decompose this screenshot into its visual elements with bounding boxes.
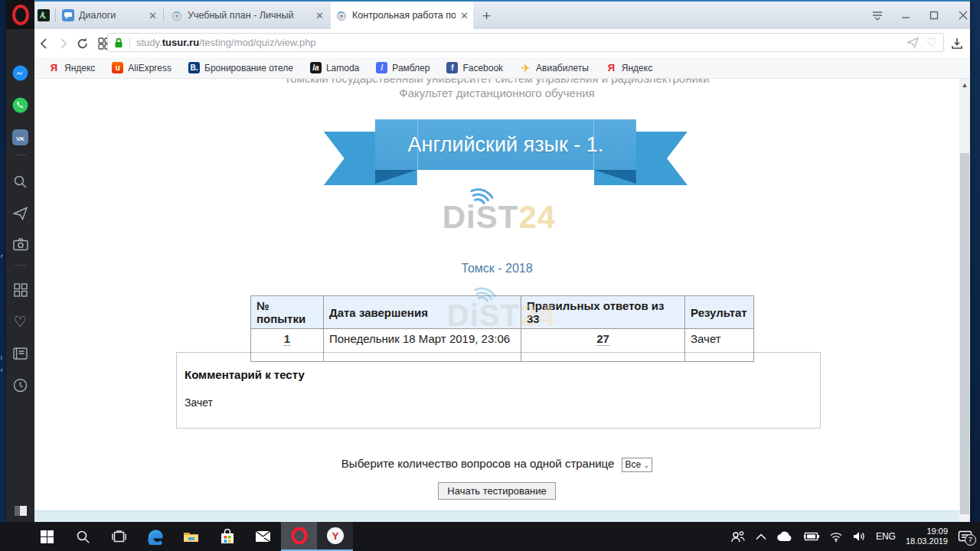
comment-title: Комментарий к тесту [185,368,305,381]
whatsapp-icon[interactable] [12,97,28,113]
tab-menu-icon[interactable] [871,9,884,21]
wifi-icon[interactable] [829,532,843,542]
tab-test-active[interactable]: Контрольная работа по д ✕ [331,2,473,29]
desktop-icon-label-fragment: l [1,354,2,361]
bookmark-lamoda[interactable]: laLamoda [310,62,359,73]
minimize-button[interactable] [900,9,912,21]
windows-taskbar: Y ENG 19:09 18.03.2019 7 [0,522,980,551]
scrollbar-up-icon[interactable]: ▲ [959,81,970,89]
bookmark-avia[interactable]: ✈Авиабилеты [520,62,589,73]
my-flow-icon[interactable] [12,205,28,221]
bookmark-yandex-2[interactable]: ЯЯндекс [606,62,652,73]
history-clock-icon[interactable] [12,377,28,393]
bookmark-rambler[interactable]: /Рамблер [376,62,430,73]
windows-logo-icon [41,530,54,543]
per-page-row: Выберите количество вопросов на одной ст… [34,457,959,472]
start-button-row: Начать тестирование [34,482,959,500]
chevron-up-icon[interactable] [756,533,766,540]
vertical-scrollbar[interactable]: ▲ [959,79,970,522]
address-bar[interactable]: study.tusur.ru/testing/mod/quiz/view.php… [107,33,944,52]
personal-news-icon[interactable] [12,345,28,361]
course-title: Английский язык - 1. [375,119,636,170]
url-text: study.tusur.ru/testing/mod/quiz/view.php [136,37,906,48]
university-name: Томский государственный университет сист… [34,79,959,85]
store-button[interactable] [209,522,245,551]
task-view-button[interactable] [101,522,137,551]
bookmark-aliexpress[interactable]: uAliExpress [112,62,172,73]
yandex-browser-button[interactable]: Y [317,522,353,551]
tab-title: Контрольная работа по д [352,10,456,21]
onedrive-cloud-icon[interactable] [776,531,793,542]
new-tab-button[interactable]: + [482,8,491,24]
comment-body: Зачет [185,396,213,409]
yandex-icon: Я [48,62,60,73]
vk-icon[interactable]: VK [12,129,28,145]
start-test-button[interactable]: Начать тестирование [438,482,555,500]
maximize-button[interactable] [928,9,940,21]
col-correct: Правильных ответов из 33 [521,296,685,329]
sidebar-divider [15,265,26,266]
back-button[interactable] [36,35,53,52]
send-to-flow-icon[interactable] [906,37,920,48]
tab-separator [55,8,56,22]
result-cell: Зачет [685,329,754,362]
close-button[interactable] [957,9,969,21]
tab-study-plan[interactable]: Учебный план - Личный ✕ [166,2,328,29]
facebook-icon: f [446,62,458,73]
bookmark-yandex[interactable]: ЯЯндекс [48,62,95,73]
booking-icon: B. [188,62,200,73]
sidebar-setup-icon[interactable] [12,503,28,519]
bookmark-booking[interactable]: B.Бронирование отеле [188,62,293,73]
volume-icon[interactable] [853,531,866,542]
taskbar-left-pad [0,522,29,551]
taskbar-search-button[interactable] [65,522,101,551]
chevron-down-icon: ⌄ [644,461,650,469]
tab-dialogs[interactable]: Диалоги ✕ [57,2,162,29]
bookmark-facebook[interactable]: fFacebook [446,62,503,73]
bookmark-heart-icon[interactable]: ♡ [926,37,937,48]
desktop-icon-label-fragment: г [1,253,3,259]
opera-sidebar: VK ♡ [6,29,34,522]
store-icon [220,529,234,544]
page-content: Томский государственный университет сист… [34,79,959,522]
opera-taskbar-button[interactable] [281,522,317,551]
opera-menu-button[interactable] [6,0,34,29]
search-icon[interactable] [12,174,28,190]
mail-button[interactable] [245,522,281,551]
clock[interactable]: 19:09 18.03.2019 [906,527,948,546]
attempt-number-link[interactable]: 1 [284,332,290,346]
file-explorer-button[interactable] [173,522,209,551]
language-indicator[interactable]: ENG [876,531,896,542]
notification-count-badge: 7 [965,534,976,546]
reload-button[interactable] [74,35,91,52]
tab-close-icon[interactable]: ✕ [149,11,157,21]
sidebar-divider [15,155,26,155]
scrollbar-thumb[interactable] [960,153,969,514]
correct-answers-link[interactable]: 27 [596,332,609,346]
tusur-favicon-icon [335,9,348,21]
tab-separator [163,8,164,22]
pinned-tab-favicon-icon [38,9,50,21]
edge-button[interactable] [137,522,173,551]
task-view-icon [112,530,126,543]
speed-dial-grid-icon[interactable] [12,282,28,298]
snapshot-camera-icon[interactable] [12,236,28,253]
tab-close-icon[interactable]: ✕ [460,11,469,21]
svg-text:VK: VK [16,135,24,142]
pinned-tab[interactable] [38,9,50,24]
start-button[interactable] [29,522,65,551]
browser-window: Диалоги ✕ Учебный план - Личный ✕ Контро… [6,0,970,522]
per-page-select[interactable]: Все ⌄ [622,458,653,472]
tab-title: Диалоги [79,10,144,21]
bookmarks-heart-icon[interactable]: ♡ [12,314,28,330]
tab-close-icon[interactable]: ✕ [315,11,324,21]
wifi-arcs-icon [462,182,495,205]
people-icon[interactable] [730,530,746,543]
messenger-icon[interactable] [12,65,28,81]
battery-icon[interactable] [803,532,819,541]
forward-button[interactable] [54,35,71,52]
downloads-icon[interactable] [949,35,965,52]
yandex-browser-icon: Y [326,527,345,545]
opera-logo-icon [12,5,29,25]
action-center-icon[interactable]: 7 [958,530,972,543]
